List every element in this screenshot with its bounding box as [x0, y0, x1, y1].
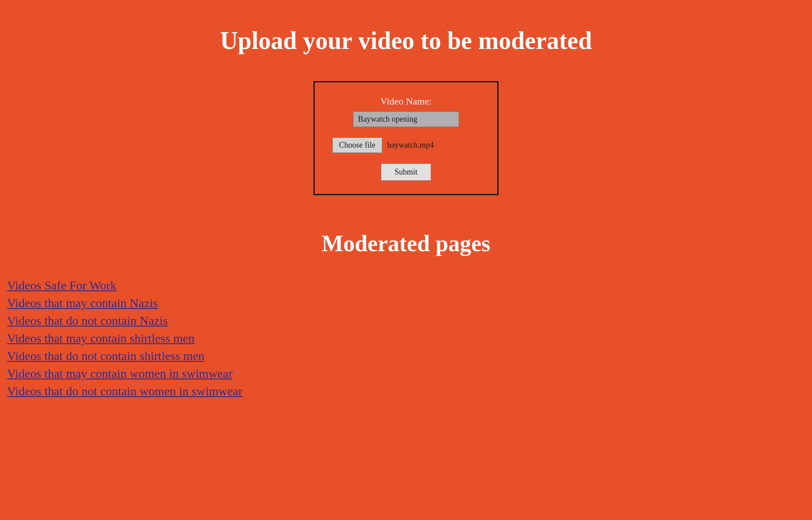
upload-form-box: Video Name: Choose file baywatch.mp4 Sub… — [313, 81, 499, 195]
moderated-link[interactable]: Videos that do not contain women in swim… — [7, 384, 242, 398]
moderated-link[interactable]: Videos Safe For Work — [7, 279, 116, 292]
list-item: Videos that may contain shirtless men — [7, 331, 812, 345]
video-name-label: Video Name: — [380, 96, 432, 107]
list-item: Videos Safe For Work — [7, 279, 812, 293]
moderated-title: Moderated pages — [0, 230, 812, 256]
list-item: Videos that may contain Nazis — [7, 296, 812, 310]
choose-file-button[interactable]: Choose file — [332, 137, 382, 153]
list-item: Videos that do not contain shirtless men — [7, 349, 812, 363]
moderated-link[interactable]: Videos that do not contain Nazis — [7, 314, 168, 327]
moderated-link[interactable]: Videos that may contain Nazis — [7, 296, 158, 310]
moderated-links-list: Videos Safe For WorkVideos that may cont… — [0, 279, 812, 398]
submit-button[interactable]: Submit — [381, 163, 431, 181]
moderated-link[interactable]: Videos that may contain women in swimwea… — [7, 367, 233, 380]
page-title: Upload your video to be moderated — [0, 26, 812, 55]
list-item: Videos that do not contain Nazis — [7, 314, 812, 328]
moderated-link[interactable]: Videos that do not contain shirtless men — [7, 349, 205, 363]
list-item: Videos that may contain women in swimwea… — [7, 367, 812, 381]
submit-row: Submit — [332, 163, 480, 181]
file-row: Choose file baywatch.mp4 — [332, 137, 480, 153]
file-name-text: baywatch.mp4 — [387, 141, 434, 150]
upload-form-wrapper: Video Name: Choose file baywatch.mp4 Sub… — [0, 81, 812, 195]
moderated-section: Moderated pages Videos Safe For WorkVide… — [0, 230, 812, 398]
page-container: Upload your video to be moderated Video … — [0, 0, 812, 420]
video-name-row: Video Name: — [332, 96, 480, 127]
moderated-link[interactable]: Videos that may contain shirtless men — [7, 331, 194, 345]
list-item: Videos that do not contain women in swim… — [7, 384, 812, 398]
video-name-input[interactable] — [353, 111, 459, 127]
